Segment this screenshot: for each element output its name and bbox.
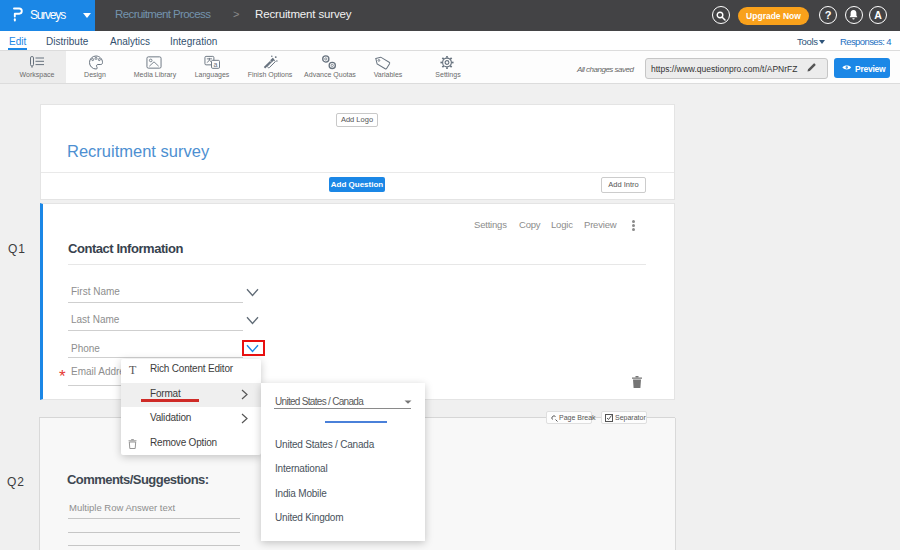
svg-text:a: a	[214, 61, 218, 68]
